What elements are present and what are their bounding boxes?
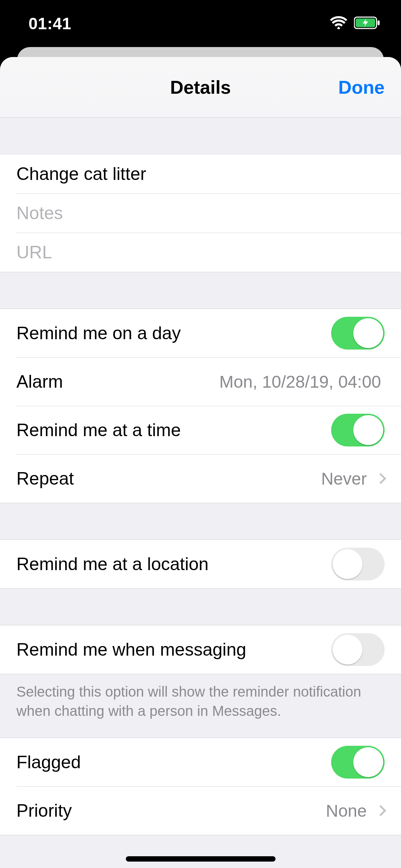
alarm-row[interactable]: Alarm Mon, 10/28/19, 04:00: [0, 357, 401, 406]
remind-messaging-row[interactable]: Remind me when messaging: [0, 625, 401, 674]
wifi-icon: [330, 16, 348, 31]
status-icons: [330, 16, 380, 31]
remind-messaging-toggle[interactable]: [331, 633, 385, 666]
remind-location-toggle[interactable]: [331, 548, 385, 580]
priority-label: Priority: [16, 800, 326, 821]
status-bar: 01:41: [0, 0, 401, 47]
remind-time-row[interactable]: Remind me at a time: [0, 406, 401, 454]
page-title: Details: [170, 77, 231, 98]
remind-day-label: Remind me on a day: [16, 323, 331, 343]
flagged-label: Flagged: [16, 752, 331, 773]
title-input[interactable]: [16, 164, 385, 184]
status-time: 01:41: [29, 14, 71, 33]
battery-charging-icon: [354, 16, 380, 31]
flagged-group: Flagged Priority None: [0, 738, 401, 835]
title-group: [0, 154, 401, 272]
details-sheet: Details Done Remind me on a day Alarm: [0, 57, 401, 868]
title-row[interactable]: [0, 154, 401, 193]
flagged-toggle[interactable]: [331, 746, 385, 779]
chevron-right-icon: [375, 805, 386, 816]
remind-day-toggle[interactable]: [331, 317, 385, 350]
remind-time-label: Remind me at a time: [16, 420, 331, 440]
flagged-row[interactable]: Flagged: [0, 738, 401, 786]
messaging-group: Remind me when messaging: [0, 625, 401, 674]
priority-row[interactable]: Priority None: [0, 786, 401, 835]
remind-location-row[interactable]: Remind me at a location: [0, 540, 401, 588]
repeat-row[interactable]: Repeat Never: [0, 454, 401, 503]
done-button[interactable]: Done: [338, 77, 385, 98]
repeat-label: Repeat: [16, 468, 321, 489]
location-group: Remind me at a location: [0, 539, 401, 589]
remind-time-toggle[interactable]: [331, 414, 385, 446]
remind-day-row[interactable]: Remind me on a day: [0, 309, 401, 357]
alarm-value: Mon, 10/28/19, 04:00: [219, 372, 381, 392]
url-input[interactable]: [16, 242, 385, 263]
remind-messaging-label: Remind me when messaging: [16, 639, 331, 660]
schedule-group: Remind me on a day Alarm Mon, 10/28/19, …: [0, 309, 401, 503]
messaging-footer: Selecting this option will show the remi…: [0, 674, 401, 738]
notes-row[interactable]: [0, 193, 401, 233]
alarm-label: Alarm: [16, 371, 219, 392]
home-indicator[interactable]: [126, 856, 276, 862]
url-row[interactable]: [0, 233, 401, 272]
notes-input[interactable]: [16, 203, 385, 223]
priority-value: None: [326, 801, 367, 821]
remind-location-label: Remind me at a location: [16, 554, 331, 574]
chevron-right-icon: [375, 473, 386, 484]
repeat-value: Never: [321, 469, 367, 489]
nav-bar: Details Done: [0, 57, 401, 118]
svg-rect-1: [377, 20, 380, 25]
